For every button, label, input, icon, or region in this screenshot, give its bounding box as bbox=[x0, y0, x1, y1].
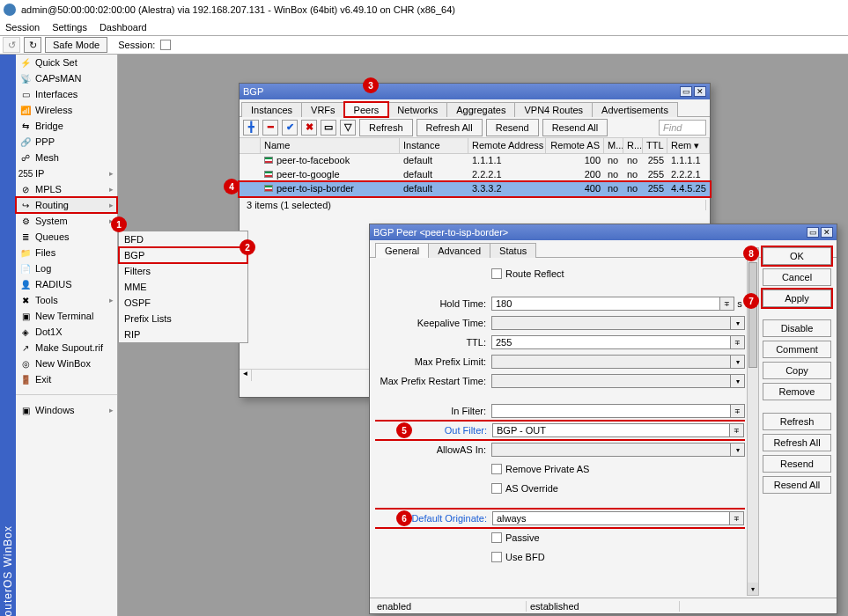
sidebar-item-wireless[interactable]: 📶Wireless bbox=[16, 102, 117, 118]
sidebar-item-mpls[interactable]: ⊘MPLS▸ bbox=[16, 181, 117, 197]
apply-button[interactable]: Apply bbox=[763, 290, 831, 307]
max-prefix-input[interactable] bbox=[491, 355, 731, 369]
ok-button[interactable]: OK bbox=[763, 247, 831, 265]
bgp-grid-header[interactable]: Name Instance Remote Address Remote AS M… bbox=[240, 138, 710, 154]
in-filter-input[interactable] bbox=[491, 404, 731, 418]
sidebar-item-interfaces[interactable]: ▭Interfaces bbox=[16, 86, 117, 102]
refresh-all-button[interactable]: Refresh All bbox=[417, 119, 483, 136]
comment-button[interactable]: ▭ bbox=[321, 120, 336, 136]
submenu-item-bfd[interactable]: BFD bbox=[119, 231, 247, 247]
find-input[interactable]: Find bbox=[659, 120, 706, 136]
peer-window-titlebar[interactable]: BGP Peer <peer-to-isp-border> ▭✕ bbox=[370, 224, 837, 240]
bgp-tab-networks[interactable]: Networks bbox=[387, 102, 447, 117]
submenu-item-mme[interactable]: MME bbox=[119, 279, 247, 295]
in-filter-dropdown-icon[interactable]: ∓ bbox=[731, 404, 745, 418]
use-bfd-checkbox[interactable] bbox=[491, 552, 502, 562]
bgp-window-close-icon[interactable]: ✕ bbox=[694, 86, 706, 97]
peer-tab-advanced[interactable]: Advanced bbox=[428, 243, 490, 258]
sidebar-item-dot1x[interactable]: ◈Dot1X bbox=[16, 324, 117, 340]
sidebar-item-log[interactable]: 📄Log bbox=[16, 260, 117, 276]
menu-session[interactable]: Session bbox=[5, 22, 40, 33]
sidebar-item-ip[interactable]: 255IP▸ bbox=[16, 165, 117, 181]
sidebar-item-make-supout.rif[interactable]: ↗Make Supout.rif bbox=[16, 340, 117, 356]
submenu-item-bgp[interactable]: BGP bbox=[119, 247, 247, 263]
default-originate-dropdown-icon[interactable]: ∓ bbox=[730, 511, 744, 525]
bgp-window-restore-icon[interactable]: ▭ bbox=[680, 86, 692, 97]
hold-time-dropdown-icon[interactable]: ∓ bbox=[720, 297, 734, 311]
submenu-item-rip[interactable]: RIP bbox=[119, 326, 247, 342]
undo-button[interactable]: ↺ bbox=[3, 37, 20, 53]
sidebar-item-radius[interactable]: 👤RADIUS bbox=[16, 276, 117, 292]
max-prefix-restart-expand-icon[interactable]: ▾ bbox=[731, 374, 745, 388]
enable-button[interactable]: ✔ bbox=[282, 120, 298, 136]
refresh-button[interactable]: Refresh bbox=[763, 413, 831, 430]
bgp-tab-vpn4-routes[interactable]: VPN4 Routes bbox=[514, 102, 593, 117]
sidebar-item-ppp[interactable]: 🔗PPP bbox=[16, 134, 117, 150]
disable-button[interactable]: Disable bbox=[763, 319, 831, 337]
comment-button[interactable]: Comment bbox=[763, 341, 831, 358]
remove-private-as-checkbox[interactable] bbox=[491, 464, 502, 474]
sidebar-item-new-terminal[interactable]: ▣New Terminal bbox=[16, 308, 117, 324]
allow-as-expand-icon[interactable]: ▾ bbox=[731, 443, 745, 457]
bgp-tab-advertisements[interactable]: Advertisements bbox=[592, 102, 678, 117]
submenu-item-ospf[interactable]: OSPF bbox=[119, 295, 247, 311]
submenu-item-filters[interactable]: Filters bbox=[119, 263, 247, 279]
peer-tab-general[interactable]: General bbox=[375, 243, 429, 258]
refresh-all-button[interactable]: Refresh All bbox=[763, 434, 831, 451]
passive-checkbox[interactable] bbox=[491, 532, 502, 543]
resend-all-button[interactable]: Resend All bbox=[763, 476, 831, 494]
cancel-button[interactable]: Cancel bbox=[763, 268, 831, 286]
sidebar-item-windows[interactable]: ▣Windows▸ bbox=[16, 402, 117, 418]
sidebar-item-routing[interactable]: ↪Routing▸ bbox=[16, 197, 117, 213]
sidebar-item-capsman[interactable]: 📡CAPsMAN bbox=[16, 70, 117, 86]
sidebar-item-exit[interactable]: 🚪Exit bbox=[16, 371, 117, 387]
sidebar-item-system[interactable]: ⚙System▸ bbox=[16, 213, 117, 229]
keepalive-input[interactable] bbox=[491, 316, 731, 330]
peer-window-restore-icon[interactable]: ▭ bbox=[807, 227, 819, 238]
max-prefix-expand-icon[interactable]: ▾ bbox=[731, 355, 745, 369]
add-button[interactable]: ╋ bbox=[243, 120, 259, 136]
menu-settings[interactable]: Settings bbox=[52, 22, 87, 33]
keepalive-expand-icon[interactable]: ▾ bbox=[731, 316, 745, 330]
sidebar-item-tools[interactable]: ✖Tools▸ bbox=[16, 292, 117, 308]
bgp-tab-vrfs[interactable]: VRFs bbox=[301, 102, 345, 117]
sidebar-item-quick-set[interactable]: ⚡Quick Set bbox=[16, 55, 117, 70]
ttl-dropdown-icon[interactable]: ∓ bbox=[731, 335, 745, 349]
bgp-peer-row[interactable]: peer-to-isp-borderdefault3.3.3.2400nono2… bbox=[240, 182, 710, 196]
peer-tab-status[interactable]: Status bbox=[490, 243, 536, 258]
as-override-checkbox[interactable] bbox=[491, 483, 502, 494]
disable-button[interactable]: ✖ bbox=[301, 120, 317, 136]
sidebar-item-queues[interactable]: ≣Queues bbox=[16, 229, 117, 245]
max-prefix-restart-input[interactable] bbox=[491, 374, 731, 388]
resend-button[interactable]: Resend bbox=[486, 119, 539, 136]
ttl-input[interactable]: 255 bbox=[491, 335, 731, 349]
allow-as-input[interactable] bbox=[491, 443, 731, 457]
out-filter-dropdown-icon[interactable]: ∓ bbox=[730, 423, 744, 437]
sidebar-item-bridge[interactable]: ⇆Bridge bbox=[16, 118, 117, 134]
peer-window-close-icon[interactable]: ✕ bbox=[821, 227, 833, 238]
bgp-tab-instances[interactable]: Instances bbox=[241, 102, 302, 117]
copy-button[interactable]: Copy bbox=[763, 362, 831, 379]
filter-button[interactable]: ▽ bbox=[340, 120, 356, 136]
remove-button[interactable]: Remove bbox=[763, 383, 831, 400]
default-originate-input[interactable]: always bbox=[492, 511, 730, 525]
out-filter-input[interactable]: BGP - OUT bbox=[492, 423, 730, 437]
resend-button[interactable]: Resend bbox=[763, 455, 831, 473]
menu-dashboard[interactable]: Dashboard bbox=[100, 22, 147, 33]
remove-button[interactable]: ━ bbox=[262, 120, 278, 136]
bgp-peer-row[interactable]: peer-to-facebookdefault1.1.1.1100nono255… bbox=[240, 154, 710, 168]
refresh-button[interactable]: Refresh bbox=[359, 119, 413, 136]
sidebar-item-new-winbox[interactable]: ◎New WinBox bbox=[16, 356, 117, 371]
session-checkbox[interactable] bbox=[160, 40, 171, 50]
sidebar-item-files[interactable]: 📁Files bbox=[16, 245, 117, 260]
bgp-tab-aggregates[interactable]: Aggregates bbox=[446, 102, 515, 117]
bgp-window-titlebar[interactable]: BGP ▭✕ bbox=[240, 84, 710, 99]
resend-all-button[interactable]: Resend All bbox=[542, 119, 608, 136]
safe-mode-button[interactable]: Safe Mode bbox=[45, 37, 107, 53]
route-reflect-checkbox[interactable] bbox=[491, 268, 502, 279]
submenu-item-prefix lists[interactable]: Prefix Lists bbox=[119, 311, 247, 326]
redo-button[interactable]: ↻ bbox=[24, 37, 41, 53]
bgp-peer-row[interactable]: peer-to-googledefault2.2.2.1200nono2552.… bbox=[240, 168, 710, 182]
sidebar-item-mesh[interactable]: ☍Mesh bbox=[16, 150, 117, 165]
bgp-tab-peers[interactable]: Peers bbox=[344, 102, 389, 117]
